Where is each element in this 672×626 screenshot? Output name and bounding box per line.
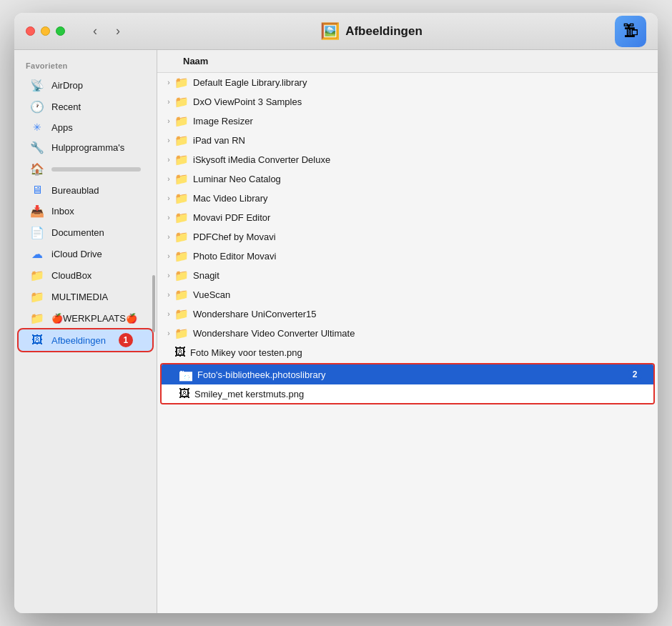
expand-arrow: ›	[163, 214, 174, 222]
file-name: Wondershare UniConverter15	[193, 309, 316, 319]
file-name: Snagit	[193, 270, 219, 281]
sidebar: Favorieten 📡 AirDrop 🕐 Recent ✳ Apps 🔧 H…	[14, 50, 157, 613]
expand-arrow: ›	[163, 329, 174, 337]
sidebar-item-multimedia[interactable]: 📁 MULTIMEDIA	[19, 287, 152, 307]
file-name: Luminar Neo Catalog	[193, 174, 281, 184]
table-row[interactable]: 📷 Foto's-bibliotheek.photoslibrary 2	[162, 364, 653, 384]
home-icon: 🏠	[30, 162, 44, 176]
expand-arrow: ›	[163, 156, 174, 164]
sidebar-item-utilities[interactable]: 🔧 Hulpprogramma's	[19, 137, 152, 158]
file-name: Image Resizer	[193, 116, 253, 126]
main-content: Favorieten 📡 AirDrop 🕐 Recent ✳ Apps 🔧 H…	[14, 50, 658, 613]
sidebar-item-label: iCloud Drive	[51, 249, 102, 259]
zipapp-emoji: 🗜	[623, 22, 638, 41]
utilities-icon: 🔧	[30, 141, 44, 154]
sidebar-item-desktop[interactable]: 🖥 Bureaublad	[19, 180, 152, 200]
file-list: Naam › 📁 Default Eagle Library.library ›…	[157, 50, 658, 613]
folder-icon: 📁	[174, 288, 189, 302]
file-list-header: Naam	[157, 50, 658, 73]
table-row[interactable]: › 📁 iSkysoft iMedia Converter Deluxe	[157, 150, 658, 169]
table-row[interactable]: › 📁 Wondershare Video Converter Ultimate	[157, 324, 658, 343]
sidebar-item-werkplaats[interactable]: 📁 🍎WERKPLAATS🍎	[19, 308, 152, 329]
folder-icon: 📁	[174, 307, 189, 321]
file-name: Wondershare Video Converter Ultimate	[193, 328, 355, 339]
sidebar-item-home[interactable]: 🏠	[19, 159, 152, 179]
file-name: Mac Video Library	[193, 193, 268, 204]
folder-icon: 📁	[174, 249, 189, 263]
table-row[interactable]: › 📁 Snagit	[157, 266, 658, 285]
highlighted-files: 📷 Foto's-bibliotheek.photoslibrary 2 🖼 S…	[160, 363, 655, 404]
table-row[interactable]: › 📁 Mac Video Library	[157, 189, 658, 208]
sidebar-item-icloud[interactable]: ☁ iCloud Drive	[19, 244, 152, 264]
file-name: Photo Editor Movavi	[193, 251, 276, 262]
expand-arrow: ›	[163, 117, 174, 125]
table-row[interactable]: › 📁 Movavi PDF Editor	[157, 208, 658, 227]
sidebar-item-afbeeldingen[interactable]: 🖼 Afbeeldingen 1	[19, 329, 152, 351]
minimize-button[interactable]	[41, 26, 50, 36]
sidebar-item-label: Recent	[51, 101, 81, 112]
folder-icon: 📁	[174, 192, 189, 205]
maximize-button[interactable]	[56, 26, 65, 36]
icloud-icon: ☁	[30, 247, 44, 261]
table-row[interactable]: › 📁 Image Resizer	[157, 111, 658, 131]
expand-arrow: ›	[163, 79, 174, 86]
nav-buttons: ‹ ›	[85, 21, 128, 41]
folder-icon: 📁	[174, 114, 189, 128]
sidebar-item-label: Apps	[51, 122, 73, 133]
close-button[interactable]	[26, 26, 35, 36]
desktop-icon: 🖥	[30, 184, 44, 197]
file-name: Smiley_met kerstmuts.png	[194, 389, 304, 399]
file-name: PDFChef by Movavi	[193, 232, 276, 242]
table-row[interactable]: › 📁 Luminar Neo Catalog	[157, 169, 658, 189]
table-row[interactable]: › 📁 iPad van RN	[157, 131, 658, 150]
sidebar-item-inbox[interactable]: 📥 Inbox	[19, 201, 152, 222]
sidebar-item-apps[interactable]: ✳ Apps	[19, 118, 152, 136]
file-badge: 2	[628, 367, 642, 382]
scrollbar-thumb	[51, 167, 141, 172]
table-row[interactable]: › 📁 PDFChef by Movavi	[157, 227, 658, 247]
file-name: Default Eagle Library.library	[193, 77, 307, 88]
file-name: iPad van RN	[193, 135, 245, 146]
file-name: Foto Mikey voor testen.png	[190, 347, 302, 358]
documents-icon: 📄	[30, 226, 44, 239]
folder-icon: 📁	[174, 153, 189, 167]
folder-icon: 🖼️	[320, 22, 340, 41]
table-row[interactable]: 🖼 Foto Mikey voor testen.png	[157, 343, 658, 362]
title-content: 🖼️ Afbeeldingen	[137, 22, 606, 41]
expand-arrow: ›	[163, 98, 174, 106]
sidebar-item-documents[interactable]: 📄 Documenten	[19, 222, 152, 243]
folder-icon: 📁	[174, 269, 189, 282]
traffic-lights	[26, 26, 65, 36]
file-name: Movavi PDF Editor	[193, 212, 270, 223]
back-button[interactable]: ‹	[85, 21, 105, 41]
folder-icon: 📁	[174, 172, 189, 186]
expand-arrow: ›	[163, 252, 174, 260]
forward-button[interactable]: ›	[108, 21, 128, 41]
expand-arrow: ›	[163, 272, 174, 279]
table-row[interactable]: › 📁 Photo Editor Movavi	[157, 247, 658, 266]
table-row[interactable]: › 📁 DxO ViewPoint 3 Samples	[157, 92, 658, 111]
folder-icon: 📁	[174, 76, 189, 89]
folder-icon: 📁	[174, 327, 189, 340]
smiley-icon: 🖼	[179, 387, 190, 400]
table-row[interactable]: › 📁 VueScan	[157, 285, 658, 304]
expand-arrow: ›	[163, 136, 174, 144]
folder-icon: 📁	[174, 230, 189, 244]
table-row[interactable]: › 📁 Wondershare UniConverter15	[157, 304, 658, 324]
zipapp-icon[interactable]: 🗜	[615, 16, 646, 47]
inbox-icon: 📥	[30, 204, 44, 218]
folder-icon: 📁	[174, 134, 189, 147]
sidebar-item-cloudbox[interactable]: 📁 CloudBox	[19, 265, 152, 286]
multimedia-icon: 📁	[30, 290, 44, 304]
file-name: Foto's-bibliotheek.photoslibrary	[197, 369, 326, 380]
expand-arrow: ›	[163, 233, 174, 241]
table-row[interactable]: › 📁 Default Eagle Library.library	[157, 73, 658, 92]
sidebar-item-recent[interactable]: 🕐 Recent	[19, 96, 152, 117]
table-row[interactable]: 🖼 Smiley_met kerstmuts.png	[162, 384, 653, 403]
expand-arrow: ›	[163, 175, 174, 183]
sidebar-item-label: Hulpprogramma's	[51, 142, 124, 153]
image-icon: 🖼	[174, 346, 186, 359]
finder-window: ‹ › 🖼️ Afbeeldingen 🗜 Favorieten 📡 AirDr…	[14, 13, 658, 613]
sidebar-item-airdrop[interactable]: 📡 AirDrop	[19, 75, 152, 96]
file-name: DxO ViewPoint 3 Samples	[193, 96, 302, 107]
